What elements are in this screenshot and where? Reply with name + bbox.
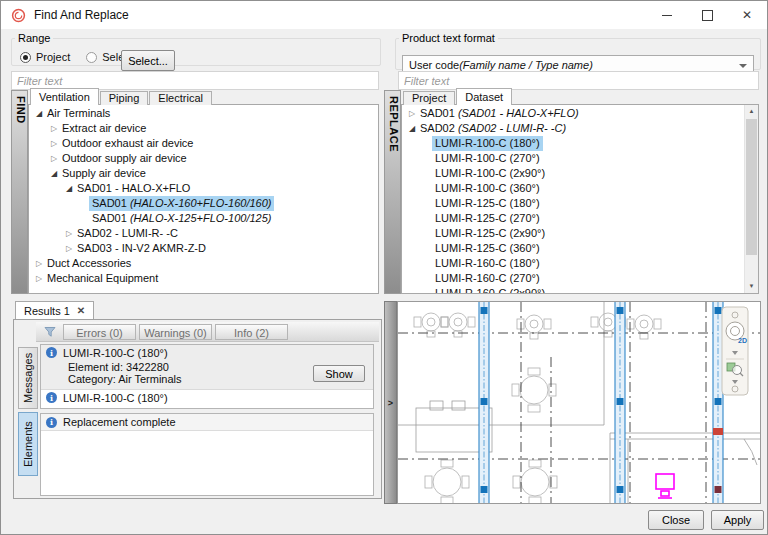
preview-collapse-strip[interactable]: > bbox=[384, 301, 397, 504]
tree-item[interactable]: LUMI-R-160-C (270°) bbox=[402, 271, 745, 286]
message-item[interactable]: iReplacement complete bbox=[41, 414, 373, 431]
side-tab-elements[interactable]: Elements bbox=[18, 412, 38, 476]
collapsed-icon[interactable]: ▷ bbox=[64, 226, 74, 241]
scroll-thumb[interactable] bbox=[746, 119, 757, 255]
replace-filter-input[interactable] bbox=[398, 71, 759, 90]
replace-tree: ▷SAD01 (SAD01 - HALO-X+FLO)◢SAD02 (SAD02… bbox=[402, 106, 745, 293]
tab-dataset[interactable]: Dataset bbox=[456, 88, 512, 105]
message-item[interactable]: iLUMI-R-100-C (180°) bbox=[41, 390, 373, 405]
filter-funnel-icon[interactable] bbox=[40, 326, 60, 338]
tree-item-label: SAD01 - HALO-X+FLO bbox=[74, 181, 193, 196]
tree-item[interactable]: LUMI-R-125-C (360°) bbox=[402, 241, 745, 256]
message-item[interactable]: iLUMI-R-100-C (180°) bbox=[41, 345, 373, 360]
tree-item[interactable]: LUMI-R-100-C (2x90°) bbox=[402, 166, 745, 181]
product-format-value: User code bbox=[409, 59, 459, 71]
window-controls: ✕ bbox=[647, 1, 767, 29]
tree-item-label: LUMI-R-100-C (2x90°) bbox=[432, 166, 548, 181]
collapsed-icon[interactable]: ▷ bbox=[49, 136, 59, 151]
expanded-icon[interactable]: ◢ bbox=[49, 166, 59, 181]
tree-item-label: Outdoor supply air device bbox=[59, 151, 190, 166]
tree-item[interactable]: LUMI-R-160-C (180°) bbox=[402, 256, 745, 271]
show-button[interactable]: Show bbox=[313, 365, 365, 382]
red-clash-mark bbox=[713, 428, 723, 435]
find-and-replace-window: Find And Replace ✕ Range ProjectSelectio… bbox=[0, 0, 768, 535]
filter-tab-info[interactable]: Info (2) bbox=[215, 324, 288, 340]
duct-runs bbox=[479, 302, 723, 503]
tree-item[interactable]: ▷Duct Accessories bbox=[29, 256, 378, 271]
filter-tab-errors[interactable]: Errors (0) bbox=[63, 324, 136, 340]
scroll-down-icon[interactable]: ▼ bbox=[745, 280, 758, 293]
magenta-equipment-symbol bbox=[656, 474, 674, 498]
preview-panel: 2D bbox=[397, 301, 761, 504]
tree-item[interactable]: LUMI-R-125-C (270°) bbox=[402, 211, 745, 226]
tree-item[interactable]: ▷SAD02 - LUMI-R- -C bbox=[29, 226, 378, 241]
tab-project[interactable]: Project bbox=[403, 91, 455, 105]
collapsed-icon[interactable]: ▷ bbox=[64, 241, 74, 256]
dark-handle bbox=[715, 486, 722, 493]
window-title: Find And Replace bbox=[34, 8, 129, 22]
tree-item-label: LUMI-R-125-C (2x90°) bbox=[432, 226, 548, 241]
close-window-button[interactable]: ✕ bbox=[727, 1, 767, 29]
tree-item[interactable]: SAD01 (HALO-X-160+FLO-160/160) bbox=[29, 196, 378, 211]
replace-tree-panel: ▷SAD01 (SAD01 - HALO-X+FLO)◢SAD02 (SAD02… bbox=[401, 104, 759, 294]
results-tab[interactable]: Results 1 ✕ bbox=[15, 301, 94, 319]
tree-item[interactable]: ◢SAD02 (SAD02 - LUMI-R- -C) bbox=[402, 121, 745, 136]
tree-item[interactable]: SAD01 (HALO-X-125+FLO-100/125) bbox=[29, 211, 378, 226]
radio-project[interactable]: Project bbox=[20, 51, 70, 63]
minimize-button[interactable] bbox=[647, 1, 687, 29]
select-button[interactable]: Select... bbox=[121, 50, 175, 71]
tree-item[interactable]: LUMI-R-125-C (180°) bbox=[402, 196, 745, 211]
tree-item[interactable]: ▷Extract air device bbox=[29, 121, 378, 136]
tab-piping[interactable]: Piping bbox=[100, 91, 149, 105]
tree-item-label: Outdoor exhaust air device bbox=[59, 136, 196, 151]
tab-electrical[interactable]: Electrical bbox=[149, 91, 212, 105]
tree-item[interactable]: ▷Outdoor exhaust air device bbox=[29, 136, 378, 151]
view-navigation-bar[interactable]: 2D bbox=[722, 307, 748, 395]
tree-item-label: Air Terminals bbox=[44, 106, 113, 121]
tree-item[interactable]: LUMI-R-160-C (2x90°) bbox=[402, 286, 745, 294]
replace-tabs: ProjectDataset bbox=[403, 89, 512, 105]
apply-button[interactable]: Apply bbox=[711, 510, 764, 530]
messages-list: iLUMI-R-100-C (180°)Element id: 3422280C… bbox=[40, 344, 374, 409]
tree-item-label: LUMI-R-100-C (360°) bbox=[432, 181, 543, 196]
tree-item[interactable]: LUMI-R-100-C (360°) bbox=[402, 181, 745, 196]
tree-item[interactable]: LUMI-R-100-C (180°) bbox=[402, 136, 745, 151]
expanded-icon[interactable]: ◢ bbox=[34, 106, 44, 121]
collapsed-icon[interactable]: ▷ bbox=[407, 106, 417, 121]
tab-ventilation[interactable]: Ventilation bbox=[30, 88, 99, 105]
info-icon: i bbox=[46, 392, 57, 403]
results-filter-bar: Errors (0)Warnings (0)Info (2) bbox=[36, 322, 379, 342]
scrollbar[interactable]: ▲ ▼ bbox=[744, 105, 758, 293]
collapsed-icon[interactable]: ▷ bbox=[34, 256, 44, 271]
filter-tab-warnings[interactable]: Warnings (0) bbox=[139, 324, 212, 340]
scroll-up-icon[interactable]: ▲ bbox=[745, 105, 758, 118]
tree-item[interactable]: ◢Supply air device bbox=[29, 166, 378, 181]
tree-item[interactable]: ◢Air Terminals bbox=[29, 106, 378, 121]
tree-item[interactable]: ▷SAD03 - IN-V2 AKMR-Z-D bbox=[29, 241, 378, 256]
message-details: Element id: 3422280Category: Air Termina… bbox=[41, 360, 373, 390]
tree-item[interactable]: ▷SAD01 (SAD01 - HALO-X+FLO) bbox=[402, 106, 745, 121]
tree-item[interactable]: ▷Mechanical Equipment bbox=[29, 271, 378, 286]
range-label: Range bbox=[15, 32, 53, 44]
expanded-icon[interactable]: ◢ bbox=[407, 121, 417, 136]
close-dialog-button[interactable]: Close bbox=[648, 510, 704, 530]
nav-2d-label: 2D bbox=[738, 337, 747, 344]
tree-item[interactable]: LUMI-R-125-C (2x90°) bbox=[402, 226, 745, 241]
expanded-icon[interactable]: ◢ bbox=[64, 181, 74, 196]
side-tab-messages[interactable]: Messages bbox=[18, 347, 38, 409]
maximize-button[interactable] bbox=[687, 1, 727, 29]
tree-item-label: LUMI-R-100-C (180°) bbox=[432, 136, 543, 151]
close-results-icon[interactable]: ✕ bbox=[77, 305, 85, 316]
tree-item[interactable]: ◢SAD01 - HALO-X+FLO bbox=[29, 181, 378, 196]
tree-item[interactable]: ▷Outdoor supply air device bbox=[29, 151, 378, 166]
tree-item[interactable]: LUMI-R-100-C (270°) bbox=[402, 151, 745, 166]
tree-item-label: LUMI-R-125-C (180°) bbox=[432, 196, 543, 211]
message-title: LUMI-R-100-C (180°) bbox=[63, 347, 168, 359]
expand-arrow-icon: > bbox=[388, 398, 393, 408]
collapsed-icon[interactable]: ▷ bbox=[49, 151, 59, 166]
tree-item-label: Extract air device bbox=[59, 121, 149, 136]
collapsed-icon[interactable]: ▷ bbox=[34, 271, 44, 286]
tree-item-label: LUMI-R-125-C (360°) bbox=[432, 241, 543, 256]
collapsed-icon[interactable]: ▷ bbox=[49, 121, 59, 136]
minimize-icon bbox=[662, 15, 672, 16]
